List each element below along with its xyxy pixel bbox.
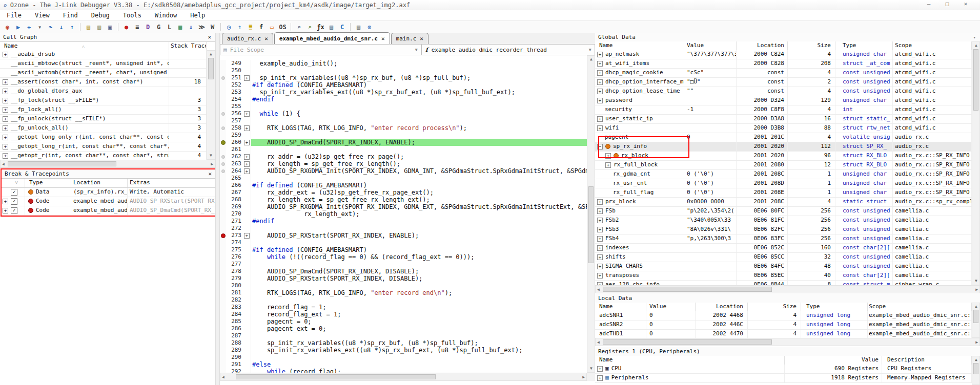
- global-data-row[interactable]: +password2000 D324129unsigned charatcmd_…: [595, 96, 972, 105]
- column-header-name[interactable]: Name˄: [0, 42, 169, 51]
- breakpoint-gutter[interactable]: [220, 361, 226, 368]
- code-line[interactable]: 253 sp_init_rx_variables_ext((u8 *)sp_rx…: [220, 89, 587, 96]
- breakpoint-gutter[interactable]: [220, 160, 226, 167]
- breakpoint-gutter[interactable]: [220, 89, 226, 96]
- breakpoint-gutter[interactable]: [220, 67, 226, 74]
- call-graph-vertical-scrollbar[interactable]: ▲ ▼: [207, 50, 215, 160]
- breakpoint-gutter[interactable]: [220, 124, 226, 132]
- run-button[interactable]: ▶: [13, 22, 24, 32]
- column-header-location[interactable]: Location: [737, 41, 788, 50]
- register-group-row[interactable]: +▦Peripherals1918 RegistersMemory-Mapped…: [595, 374, 972, 383]
- breakpoint-gutter[interactable]: [220, 175, 226, 182]
- code-line[interactable]: 275#if defined (CONFIG_AMEBASMART): [220, 246, 587, 253]
- global-data-row[interactable]: +FSb3"8A\026v\331\0E06 82FC256const unsi…: [595, 225, 972, 234]
- breakpoint-gutter[interactable]: [220, 132, 226, 139]
- code-line[interactable]: 287: [220, 332, 587, 339]
- expand-icon[interactable]: +: [605, 153, 611, 159]
- function-dropdown[interactable]: f example_audio_dmic_recorder_thread ▼: [421, 44, 595, 55]
- timeline-window-button[interactable]: ◷: [223, 22, 234, 32]
- breakpoint-gutter[interactable]: [220, 304, 226, 311]
- expand-icon[interactable]: +: [597, 245, 603, 251]
- global-data-horizontal-scrollbar[interactable]: ◀ ▶: [595, 285, 980, 293]
- power-button[interactable]: ◉: [2, 22, 13, 32]
- console-button[interactable]: ▤: [353, 22, 364, 32]
- breakpoint-row[interactable]: ✓Data(sp_rx_info).rx_Write, Automatic: [2, 188, 216, 197]
- power-graph-window-button[interactable]: f: [256, 22, 267, 32]
- global-data-row[interactable]: +at_wifi_items2000 C828208struct _at_com…: [595, 59, 972, 69]
- registers-vertical-scrollbar[interactable]: ▲: [972, 356, 980, 385]
- find-in-files-button[interactable]: ⌕: [304, 22, 315, 32]
- global-data-row[interactable]: +user_static_ip2000 D3A816struct static_…: [595, 115, 972, 124]
- global-data-row[interactable]: −sp_rx_info2001 2020112struct SP_RX_audi…: [595, 142, 972, 152]
- callgraph-row[interactable]: __ascii_mbtowc(struct _reent*, unsigned …: [0, 59, 207, 69]
- column-header-location[interactable]: Location: [696, 303, 748, 311]
- code-line[interactable]: 249 example_audio_init();: [220, 60, 587, 67]
- menu-item-debug[interactable]: Debug: [85, 11, 116, 20]
- checkbox[interactable]: ✓: [11, 189, 17, 196]
- expand-icon[interactable]: +: [597, 236, 603, 242]
- code-line[interactable]: 268 rx_length_ext = sp_get_free_rx_lengt…: [220, 196, 587, 203]
- code-line[interactable]: 262+ rx_addr = (u32)sp_get_free_rx_page(…: [220, 153, 587, 160]
- breakpoint-gutter[interactable]: [220, 318, 226, 325]
- global-data-row[interactable]: +rx_full_block2001 208012struct RX_BLOau…: [595, 161, 972, 170]
- breakpoint-gutter[interactable]: [220, 268, 226, 275]
- callgraph-row[interactable]: __ascii_wctomb(struct _reent*, char*, un…: [0, 69, 207, 78]
- breakpoint-gutter[interactable]: [220, 354, 226, 361]
- expand-icon[interactable]: +: [3, 144, 8, 149]
- breakpoint-gutter[interactable]: [220, 332, 226, 339]
- global-data-row[interactable]: +aes_128_cbc_info0E06 8B448const struct …: [595, 281, 972, 285]
- menu-item-tools[interactable]: Tools: [116, 11, 148, 20]
- global-data-row[interactable]: rx_usr_cnt0 ('\0')2001 208D1unsigned cha…: [595, 179, 972, 188]
- file-scope-dropdown[interactable]: ▤ File Scope ▼: [220, 44, 421, 55]
- callgraph-row[interactable]: +__fp_lock_all()3: [0, 105, 207, 115]
- breakpoint-gutter[interactable]: [220, 74, 226, 81]
- functions-window-button[interactable]: ≣: [245, 22, 256, 32]
- close-icon[interactable]: ✕: [208, 170, 212, 177]
- editor-tab-example_mbed_audio_dmic_snr-c[interactable]: example_mbed_audio_dmic_snr.c✕: [274, 32, 390, 44]
- breakpoint-gutter[interactable]: [220, 275, 226, 282]
- close-icon[interactable]: ✕: [264, 35, 268, 42]
- local-data-vertical-scrollbar[interactable]: ▲: [972, 303, 980, 338]
- code-line[interactable]: 259: [220, 132, 587, 139]
- expand-icon[interactable]: +: [597, 89, 603, 94]
- code-line[interactable]: 260+ AUDIO_SP_DmaCmd(SPORT_RX_INDEX, ENA…: [220, 139, 587, 146]
- expand-icon[interactable]: +: [597, 98, 603, 103]
- console-window-button[interactable]: ≡: [132, 22, 142, 32]
- step-into-button[interactable]: ↓: [56, 22, 67, 32]
- local-data-horizontal-scrollbar[interactable]: ◀ ▶: [595, 338, 980, 346]
- callgraph-row[interactable]: +__do_global_dtors_aux: [0, 87, 207, 96]
- callgraph-row[interactable]: +__getopt_r(int, const char**, const cha…: [0, 152, 207, 160]
- code-line[interactable]: 282: [220, 296, 587, 304]
- disassembly-window-button[interactable]: D: [142, 22, 153, 32]
- column-header-type[interactable]: Type: [25, 179, 71, 187]
- breakpoint-gutter[interactable]: [220, 117, 226, 124]
- expand-icon[interactable]: +: [597, 208, 603, 214]
- expand-icon[interactable]: +: [3, 199, 8, 204]
- column-header-name[interactable]: Name: [595, 303, 646, 311]
- breakpoint-gutter[interactable]: [220, 339, 226, 347]
- column-header-size[interactable]: Size: [748, 303, 801, 311]
- code-line[interactable]: 264+ AUDIO_SP_RXGDMA_Init(SPORT_RX_INDEX…: [220, 167, 587, 175]
- menu-item-file[interactable]: File: [0, 11, 28, 20]
- breakpoint-gutter[interactable]: [220, 311, 226, 318]
- panel-splitter[interactable]: [215, 33, 220, 385]
- expand-icon[interactable]: +: [3, 98, 8, 103]
- breakpoint-gutter[interactable]: [220, 210, 226, 218]
- expand-icon[interactable]: +: [597, 254, 603, 260]
- breakpoint-gutter[interactable]: [220, 153, 226, 160]
- expand-icon[interactable]: +: [597, 70, 603, 76]
- code-line[interactable]: 267 rx_addr_ext = (u32)sp_get_free_rx_pa…: [220, 189, 587, 196]
- watch-window-button[interactable]: W: [207, 22, 218, 32]
- column-header-stack[interactable]: Stack Trace: [169, 42, 207, 51]
- menu-item-help[interactable]: Help: [183, 11, 212, 20]
- code-line[interactable]: 254#endif: [220, 96, 587, 103]
- code-line[interactable]: 273+ AUDIO_SP_RXStart(SPORT_RX_INDEX, EN…: [220, 232, 587, 239]
- column-header-size[interactable]: Size: [788, 41, 835, 50]
- callgraph-row[interactable]: +__getopt_long_only_r(int, const char**,…: [0, 133, 207, 142]
- settings-button[interactable]: ⚙: [364, 22, 375, 32]
- terminal-window-button[interactable]: ≫: [196, 22, 207, 32]
- expand-icon[interactable]: −: [597, 144, 603, 149]
- os-awareness-button[interactable]: OS: [277, 22, 288, 32]
- code-line[interactable]: 261: [220, 146, 587, 153]
- code-line[interactable]: 255: [220, 103, 587, 110]
